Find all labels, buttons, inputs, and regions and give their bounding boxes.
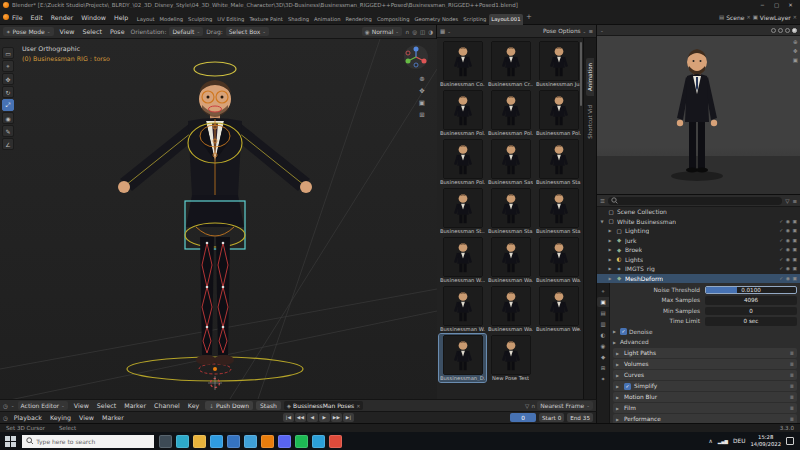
taskbar-app-spotify[interactable] xyxy=(295,435,308,448)
zoom-icon[interactable]: ⊕ xyxy=(793,39,798,45)
filter-icon[interactable]: ▽ xyxy=(785,198,789,204)
notification-center-icon[interactable] xyxy=(786,437,794,445)
viewlayer-remove-icon[interactable]: ✕ xyxy=(793,14,797,20)
maximize-button[interactable]: ▢ xyxy=(770,2,783,8)
search-input[interactable] xyxy=(36,438,150,445)
next-keyframe-button[interactable]: ▶▶ xyxy=(331,413,342,422)
screen-icon[interactable]: ◉ xyxy=(786,257,790,262)
camera-icon[interactable]: ▣ xyxy=(792,257,797,262)
section-menu-icon[interactable]: ≣ xyxy=(790,383,794,389)
camera-icon[interactable]: ▣ xyxy=(792,247,797,252)
workspace-tab-scripting[interactable]: Scripting xyxy=(461,14,489,25)
material-shading-icon[interactable] xyxy=(785,28,790,33)
menu-edit[interactable]: Edit xyxy=(28,14,46,21)
expand-icon[interactable]: ▶ xyxy=(613,329,618,334)
menu-icon[interactable]: ≡ xyxy=(792,198,797,204)
screen-icon[interactable]: ◉ xyxy=(786,266,790,271)
workspace-tab-geometry-nodes[interactable]: Geometry Nodes xyxy=(412,14,461,25)
screen-icon[interactable]: ◉ xyxy=(786,247,790,252)
asset-item-bussinessman-d[interactable]: Bussinessman_D... xyxy=(439,334,486,382)
screen-icon[interactable]: ◉ xyxy=(786,219,790,224)
section-menu-icon[interactable]: ≣ xyxy=(790,416,794,422)
section-menu-icon[interactable]: ≣ xyxy=(790,394,794,400)
properties-tab-modifiers[interactable]: ⊞ xyxy=(597,363,609,373)
expand-icon[interactable]: ▶ xyxy=(607,257,613,262)
minimize-button[interactable]: ─ xyxy=(756,2,769,8)
taskbar-app-edge[interactable] xyxy=(176,435,189,448)
outliner-icon[interactable]: ☰ xyxy=(600,198,605,204)
workspace-tab-texture-paint[interactable]: Texture Paint xyxy=(247,14,285,25)
workspace-tab-animation[interactable]: Animation xyxy=(311,14,342,25)
outliner-row-scene-collection[interactable]: ▢Scene Collection xyxy=(597,207,800,217)
expand-icon[interactable]: ▶ xyxy=(616,351,621,356)
viewport-menu-pose[interactable]: Pose xyxy=(107,28,128,35)
dopesheet-menu-select[interactable]: Select xyxy=(94,402,119,409)
outliner-row-meshdeform[interactable]: ▶◆MeshDeform✓◉▣ xyxy=(597,274,800,284)
asset-browser-icon[interactable]: ▦ xyxy=(440,28,445,34)
dopesheet-menu-channel[interactable]: Channel xyxy=(151,402,183,409)
asset-scrollbar[interactable] xyxy=(580,42,583,106)
section-menu-icon[interactable]: ≣ xyxy=(790,405,794,411)
asset-item-businessman-st[interactable]: Businessman St... xyxy=(439,187,486,235)
dopesheet-menu-marker[interactable]: Marker xyxy=(121,402,149,409)
snap-mode-dropdown[interactable]: Nearest Frame ⌄ xyxy=(537,401,593,410)
workspace-tab-uv-editing[interactable]: UV Editing xyxy=(215,14,247,25)
camera-icon[interactable]: ▣ xyxy=(792,238,797,243)
expand-icon[interactable]: ▶ xyxy=(616,384,621,389)
tool-move[interactable]: ✥ xyxy=(2,73,14,85)
expand-icon[interactable]: ▶ xyxy=(616,417,621,422)
editor-type-icon[interactable]: ◷ xyxy=(3,403,8,409)
timeline-menu-view[interactable]: View xyxy=(76,414,97,421)
screen-icon[interactable]: ◉ xyxy=(786,228,790,233)
taskbar-clock[interactable]: 15:28 14/09/2022 xyxy=(750,434,781,447)
checkbox-icon[interactable]: ✓ xyxy=(779,238,783,243)
checkbox-denoise[interactable]: ✓ xyxy=(620,328,627,335)
menu-file[interactable]: File xyxy=(9,14,26,21)
section-film[interactable]: ▶Film≣ xyxy=(613,403,797,413)
taskbar-app-discord[interactable] xyxy=(278,435,291,448)
section-performance[interactable]: ▶Performance≣ xyxy=(613,414,797,423)
workspace-tab-layout[interactable]: Layout xyxy=(134,14,157,25)
camera-icon[interactable]: ▣ xyxy=(792,228,797,233)
properties-tab-tool[interactable]: ⌖ xyxy=(597,286,609,296)
workspace-tab-rendering[interactable]: Rendering xyxy=(343,14,375,25)
asset-item-businessman-pol[interactable]: Businessman Pol... xyxy=(487,89,534,137)
language-indicator[interactable]: DEU xyxy=(733,438,745,444)
tool-measure[interactable]: ∠ xyxy=(2,138,14,150)
rendered-shading-icon[interactable] xyxy=(792,28,797,33)
proportional-edit-icon[interactable]: ◎ xyxy=(412,29,417,35)
expand-icon[interactable]: ▶ xyxy=(613,340,618,345)
expand-icon[interactable]: ▶ xyxy=(616,395,621,400)
asset-item-businessman-we[interactable]: Businessman We... xyxy=(535,285,582,333)
viewport-menu-view[interactable]: View xyxy=(57,28,78,35)
tool-rotate[interactable]: ↻ xyxy=(2,86,14,98)
zoom-icon[interactable]: ⊕ xyxy=(419,75,425,83)
section-motion-blur[interactable]: ▶Motion Blur≣ xyxy=(613,392,797,402)
outliner-row-broek[interactable]: ▶◆Broek✓◉▣ xyxy=(597,245,800,255)
overlays-icon[interactable]: ◫ xyxy=(420,29,425,35)
network-icon[interactable]: ▂▄▆ xyxy=(718,439,728,444)
asset-item-businessman-sta[interactable]: Businessman Sta... xyxy=(535,138,582,186)
snap-magnet-icon[interactable]: ∩ xyxy=(531,403,535,409)
solid-shading-icon[interactable] xyxy=(778,28,783,33)
unlink-action-icon[interactable]: ✕ xyxy=(356,403,360,409)
viewport-canvas[interactable]: User Orthographic (0) Businessman RIG : … xyxy=(0,39,437,399)
close-button[interactable]: ✕ xyxy=(784,2,797,8)
screen-icon[interactable]: ◉ xyxy=(786,276,790,281)
asset-item-businessman-co[interactable]: Businessman Co... xyxy=(439,40,486,88)
section-menu-icon[interactable]: ≣ xyxy=(790,361,794,367)
drag-dropdown[interactable]: Select Box ⌄ xyxy=(226,27,269,36)
wireframe-shading-icon[interactable] xyxy=(771,28,776,33)
timeline-menu-playback[interactable]: Playback xyxy=(11,414,45,421)
section-menu-icon[interactable]: ≣ xyxy=(790,372,794,378)
checkbox-icon[interactable]: ✓ xyxy=(779,228,783,233)
outliner-row-imgts-rig[interactable]: ▶✦IMGTS_rig✓◉▣ xyxy=(597,264,800,274)
outliner-row-lighting[interactable]: ▶▢Lighting✓◉▣ xyxy=(597,226,800,236)
asset-item-businessman-sta[interactable]: Businessman Sta... xyxy=(535,187,582,235)
properties-tab-data[interactable]: ✦ xyxy=(597,374,609,384)
camera-icon[interactable]: ▣ xyxy=(792,276,797,281)
stash-button[interactable]: Stash xyxy=(256,401,281,410)
camera-icon[interactable]: ▣ xyxy=(792,266,797,271)
checkbox-icon[interactable]: ✓ xyxy=(779,276,783,281)
tray-chevron-icon[interactable]: ∧ xyxy=(708,438,712,444)
